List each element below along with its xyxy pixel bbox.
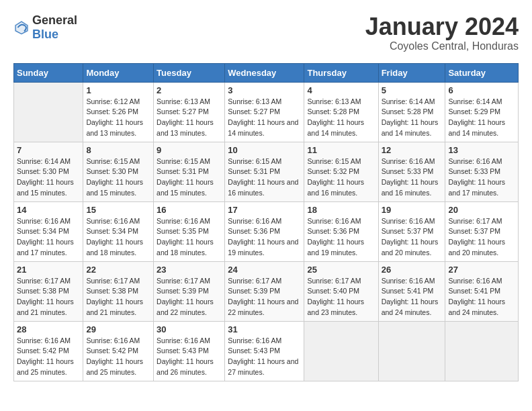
day-number: 6 bbox=[448, 85, 515, 95]
day-number: 16 bbox=[157, 205, 222, 215]
calendar-cell: 26 Sunrise: 6:16 AMSunset: 5:41 PMDaylig… bbox=[378, 261, 445, 321]
cell-info: Sunrise: 6:15 AMSunset: 5:32 PMDaylight:… bbox=[307, 157, 364, 197]
logo-general: General bbox=[32, 13, 77, 27]
calendar-cell: 31 Sunrise: 6:16 AMSunset: 5:43 PMDaylig… bbox=[225, 321, 304, 381]
calendar-cell: 2 Sunrise: 6:13 AMSunset: 5:27 PMDayligh… bbox=[154, 82, 225, 142]
calendar-cell: 8 Sunrise: 6:15 AMSunset: 5:30 PMDayligh… bbox=[83, 142, 154, 201]
page-title: January 2024 bbox=[365, 13, 519, 40]
calendar-cell: 17 Sunrise: 6:16 AMSunset: 5:36 PMDaylig… bbox=[225, 201, 304, 261]
calendar-cell: 10 Sunrise: 6:15 AMSunset: 5:31 PMDaylig… bbox=[225, 142, 304, 201]
calendar-cell bbox=[14, 82, 83, 142]
cell-info: Sunrise: 6:15 AMSunset: 5:31 PMDaylight:… bbox=[157, 157, 214, 197]
cell-info: Sunrise: 6:15 AMSunset: 5:30 PMDaylight:… bbox=[86, 157, 143, 197]
calendar-cell: 16 Sunrise: 6:16 AMSunset: 5:35 PMDaylig… bbox=[154, 201, 225, 261]
calendar-cell bbox=[304, 321, 378, 381]
day-number: 13 bbox=[448, 145, 515, 155]
cell-info: Sunrise: 6:16 AMSunset: 5:42 PMDaylight:… bbox=[86, 336, 143, 376]
day-number: 23 bbox=[157, 265, 222, 275]
calendar-cell: 9 Sunrise: 6:15 AMSunset: 5:31 PMDayligh… bbox=[154, 142, 225, 201]
day-number: 19 bbox=[382, 205, 443, 215]
cell-info: Sunrise: 6:17 AMSunset: 5:39 PMDaylight:… bbox=[228, 277, 298, 316]
calendar-cell: 15 Sunrise: 6:16 AMSunset: 5:34 PMDaylig… bbox=[83, 201, 154, 261]
weekday-header-sunday: Sunday bbox=[14, 63, 83, 82]
day-number: 20 bbox=[448, 205, 515, 215]
calendar-cell: 5 Sunrise: 6:14 AMSunset: 5:28 PMDayligh… bbox=[378, 82, 445, 142]
calendar-week-row: 14 Sunrise: 6:16 AMSunset: 5:34 PMDaylig… bbox=[14, 201, 519, 261]
calendar-cell: 21 Sunrise: 6:17 AMSunset: 5:38 PMDaylig… bbox=[14, 261, 83, 321]
calendar-cell: 27 Sunrise: 6:16 AMSunset: 5:41 PMDaylig… bbox=[445, 261, 519, 321]
logo: General Blue bbox=[13, 13, 77, 42]
day-number: 28 bbox=[17, 324, 80, 334]
calendar-cell: 30 Sunrise: 6:16 AMSunset: 5:43 PMDaylig… bbox=[154, 321, 225, 381]
cell-info: Sunrise: 6:16 AMSunset: 5:43 PMDaylight:… bbox=[228, 336, 298, 376]
day-number: 26 bbox=[382, 265, 443, 275]
calendar-cell: 13 Sunrise: 6:16 AMSunset: 5:33 PMDaylig… bbox=[445, 142, 519, 201]
cell-info: Sunrise: 6:16 AMSunset: 5:34 PMDaylight:… bbox=[86, 217, 143, 257]
calendar-cell bbox=[378, 321, 445, 381]
day-number: 24 bbox=[228, 265, 301, 275]
day-number: 17 bbox=[228, 205, 301, 215]
cell-info: Sunrise: 6:17 AMSunset: 5:40 PMDaylight:… bbox=[307, 277, 364, 316]
day-number: 15 bbox=[86, 205, 150, 215]
cell-info: Sunrise: 6:16 AMSunset: 5:36 PMDaylight:… bbox=[307, 217, 364, 257]
cell-info: Sunrise: 6:16 AMSunset: 5:35 PMDaylight:… bbox=[157, 217, 214, 257]
cell-info: Sunrise: 6:17 AMSunset: 5:38 PMDaylight:… bbox=[86, 277, 143, 316]
calendar-cell: 6 Sunrise: 6:14 AMSunset: 5:29 PMDayligh… bbox=[445, 82, 519, 142]
calendar-header-row: SundayMondayTuesdayWednesdayThursdayFrid… bbox=[14, 63, 519, 82]
weekday-header-monday: Monday bbox=[83, 63, 154, 82]
day-number: 3 bbox=[228, 85, 301, 95]
day-number: 4 bbox=[307, 85, 375, 95]
calendar-cell: 4 Sunrise: 6:13 AMSunset: 5:28 PMDayligh… bbox=[304, 82, 378, 142]
calendar-cell: 14 Sunrise: 6:16 AMSunset: 5:34 PMDaylig… bbox=[14, 201, 83, 261]
calendar-cell: 28 Sunrise: 6:16 AMSunset: 5:42 PMDaylig… bbox=[14, 321, 83, 381]
cell-info: Sunrise: 6:16 AMSunset: 5:34 PMDaylight:… bbox=[17, 217, 74, 257]
calendar-cell: 24 Sunrise: 6:17 AMSunset: 5:39 PMDaylig… bbox=[225, 261, 304, 321]
cell-info: Sunrise: 6:14 AMSunset: 5:28 PMDaylight:… bbox=[382, 97, 439, 137]
title-area: January 2024 Coyoles Central, Honduras bbox=[365, 13, 519, 52]
weekday-header-friday: Friday bbox=[378, 63, 445, 82]
cell-info: Sunrise: 6:16 AMSunset: 5:37 PMDaylight:… bbox=[382, 217, 439, 257]
day-number: 7 bbox=[17, 145, 80, 155]
cell-info: Sunrise: 6:17 AMSunset: 5:37 PMDaylight:… bbox=[448, 217, 505, 257]
cell-info: Sunrise: 6:16 AMSunset: 5:33 PMDaylight:… bbox=[448, 157, 505, 197]
calendar-week-row: 28 Sunrise: 6:16 AMSunset: 5:42 PMDaylig… bbox=[14, 321, 519, 381]
calendar-cell: 3 Sunrise: 6:13 AMSunset: 5:27 PMDayligh… bbox=[225, 82, 304, 142]
day-number: 9 bbox=[157, 145, 222, 155]
cell-info: Sunrise: 6:13 AMSunset: 5:27 PMDaylight:… bbox=[157, 97, 214, 137]
calendar-cell: 22 Sunrise: 6:17 AMSunset: 5:38 PMDaylig… bbox=[83, 261, 154, 321]
weekday-header-wednesday: Wednesday bbox=[225, 63, 304, 82]
day-number: 8 bbox=[86, 145, 150, 155]
day-number: 30 bbox=[157, 324, 222, 334]
calendar-cell bbox=[445, 321, 519, 381]
day-number: 2 bbox=[157, 85, 222, 95]
calendar-cell: 7 Sunrise: 6:14 AMSunset: 5:30 PMDayligh… bbox=[14, 142, 83, 201]
day-number: 21 bbox=[17, 265, 80, 275]
cell-info: Sunrise: 6:14 AMSunset: 5:30 PMDaylight:… bbox=[17, 157, 74, 197]
day-number: 31 bbox=[228, 324, 301, 334]
calendar-cell: 23 Sunrise: 6:17 AMSunset: 5:39 PMDaylig… bbox=[154, 261, 225, 321]
day-number: 29 bbox=[86, 324, 150, 334]
day-number: 10 bbox=[228, 145, 301, 155]
calendar-cell: 18 Sunrise: 6:16 AMSunset: 5:36 PMDaylig… bbox=[304, 201, 378, 261]
calendar-cell: 1 Sunrise: 6:12 AMSunset: 5:26 PMDayligh… bbox=[83, 82, 154, 142]
cell-info: Sunrise: 6:12 AMSunset: 5:26 PMDaylight:… bbox=[86, 97, 143, 137]
calendar-table: SundayMondayTuesdayWednesdayThursdayFrid… bbox=[13, 63, 519, 381]
cell-info: Sunrise: 6:16 AMSunset: 5:42 PMDaylight:… bbox=[17, 336, 74, 376]
page-subtitle: Coyoles Central, Honduras bbox=[365, 40, 519, 52]
calendar-cell: 12 Sunrise: 6:16 AMSunset: 5:33 PMDaylig… bbox=[378, 142, 445, 201]
day-number: 22 bbox=[86, 265, 150, 275]
cell-info: Sunrise: 6:16 AMSunset: 5:33 PMDaylight:… bbox=[382, 157, 439, 197]
cell-info: Sunrise: 6:15 AMSunset: 5:31 PMDaylight:… bbox=[228, 157, 298, 197]
cell-info: Sunrise: 6:16 AMSunset: 5:36 PMDaylight:… bbox=[228, 217, 298, 257]
calendar-cell: 25 Sunrise: 6:17 AMSunset: 5:40 PMDaylig… bbox=[304, 261, 378, 321]
cell-info: Sunrise: 6:17 AMSunset: 5:39 PMDaylight:… bbox=[157, 277, 214, 316]
weekday-header-tuesday: Tuesday bbox=[154, 63, 225, 82]
day-number: 1 bbox=[86, 85, 150, 95]
cell-info: Sunrise: 6:17 AMSunset: 5:38 PMDaylight:… bbox=[17, 277, 74, 316]
cell-info: Sunrise: 6:16 AMSunset: 5:41 PMDaylight:… bbox=[448, 277, 505, 316]
cell-info: Sunrise: 6:14 AMSunset: 5:29 PMDaylight:… bbox=[448, 97, 505, 137]
calendar-cell: 19 Sunrise: 6:16 AMSunset: 5:37 PMDaylig… bbox=[378, 201, 445, 261]
cell-info: Sunrise: 6:16 AMSunset: 5:41 PMDaylight:… bbox=[382, 277, 439, 316]
cell-info: Sunrise: 6:13 AMSunset: 5:28 PMDaylight:… bbox=[307, 97, 364, 137]
day-number: 12 bbox=[382, 145, 443, 155]
